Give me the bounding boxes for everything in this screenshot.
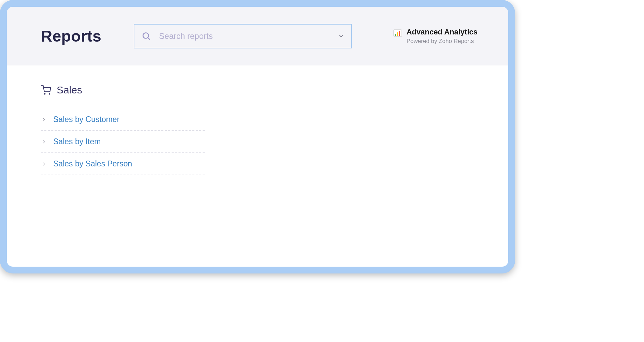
svg-point-7 [49, 93, 50, 94]
search-box[interactable] [134, 24, 352, 48]
svg-rect-4 [397, 32, 398, 36]
svg-line-1 [148, 38, 150, 39]
chevron-right-icon [42, 139, 46, 144]
reports-window: Reports [0, 0, 515, 273]
analytics-chart-icon [393, 28, 402, 38]
analytics-title: Advanced Analytics [407, 28, 478, 36]
advanced-analytics-link[interactable]: Advanced Analytics Powered by Zoho Repor… [393, 28, 478, 45]
report-label: Sales by Sales Person [53, 159, 132, 168]
page-title: Reports [41, 27, 101, 45]
search-input[interactable] [159, 31, 330, 41]
report-label: Sales by Item [53, 137, 101, 146]
report-label: Sales by Customer [53, 115, 119, 124]
chevron-right-icon [42, 117, 46, 122]
chevron-right-icon [42, 162, 46, 166]
svg-rect-3 [395, 34, 396, 36]
report-list: Sales by Customer Sales by Item Sale [41, 109, 205, 175]
reports-content: Sales Sales by Customer Sales by It [7, 65, 508, 194]
section-header-sales: Sales [41, 84, 474, 96]
analytics-text: Advanced Analytics Powered by Zoho Repor… [407, 28, 478, 45]
svg-rect-5 [399, 31, 400, 36]
report-item-sales-by-customer[interactable]: Sales by Customer [41, 109, 205, 131]
report-item-sales-by-item[interactable]: Sales by Item [41, 131, 205, 153]
report-item-sales-by-sales-person[interactable]: Sales by Sales Person [41, 153, 205, 175]
reports-header: Reports [7, 7, 508, 65]
chevron-down-icon[interactable] [338, 33, 344, 39]
svg-point-6 [44, 93, 45, 94]
section-title: Sales [57, 84, 82, 96]
search-icon [142, 32, 151, 41]
analytics-subtitle: Powered by Zoho Reports [407, 38, 478, 45]
cart-icon [41, 85, 51, 95]
